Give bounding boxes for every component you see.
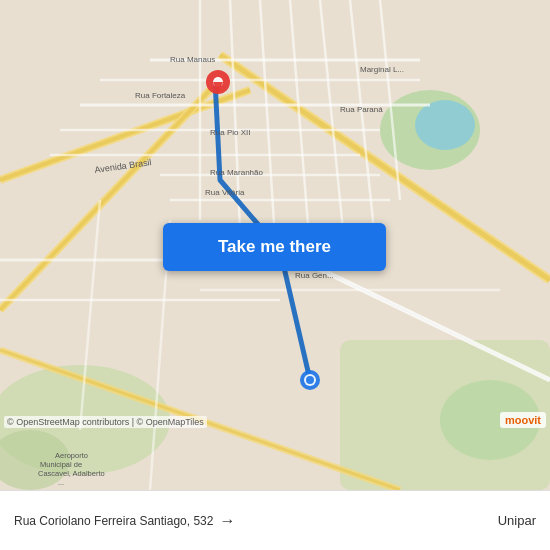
svg-text:Rua Manaus: Rua Manaus: [170, 55, 215, 64]
footer-arrow-icon: →: [219, 512, 235, 530]
svg-text:Municipal de: Municipal de: [40, 460, 82, 469]
footer-destination: Unipar: [498, 513, 536, 528]
svg-text:Aeroporto: Aeroporto: [55, 451, 88, 460]
moovit-logo: moovit: [500, 412, 546, 428]
svg-text:...: ...: [58, 479, 64, 486]
svg-text:Marginal L...: Marginal L...: [360, 65, 404, 74]
footer-origin: Rua Coriolano Ferreira Santiago, 532: [14, 514, 213, 528]
svg-point-54: [306, 376, 314, 384]
footer: Rua Coriolano Ferreira Santiago, 532 → U…: [0, 490, 550, 550]
svg-text:Rua Vitória: Rua Vitória: [205, 188, 245, 197]
svg-text:Rua Fortaleza: Rua Fortaleza: [135, 91, 186, 100]
svg-text:Rua Paraná: Rua Paraná: [340, 105, 383, 114]
svg-text:Rua Pio XII: Rua Pio XII: [210, 128, 250, 137]
svg-point-2: [415, 100, 475, 150]
svg-text:Rua Maranhão: Rua Maranhão: [210, 168, 263, 177]
svg-text:Cascavel, Adalberto: Cascavel, Adalberto: [38, 469, 105, 478]
map-attribution: © OpenStreetMap contributors | © OpenMap…: [4, 416, 207, 428]
map-container: Avenida Brasil Rua Manaus Marginal L... …: [0, 0, 550, 490]
footer-route: Rua Coriolano Ferreira Santiago, 532 →: [14, 512, 235, 530]
svg-text:Rua Gen...: Rua Gen...: [295, 271, 334, 280]
take-me-there-button[interactable]: Take me there: [163, 223, 386, 271]
